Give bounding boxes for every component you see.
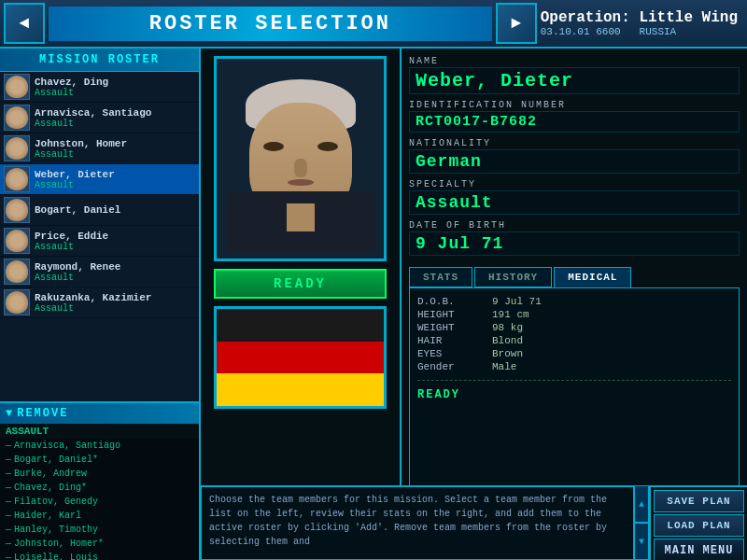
flag-frame [214, 306, 387, 409]
remove-name: Haider, Karl [14, 511, 81, 521]
roster-avatar [4, 74, 30, 100]
roster-role: Assault [35, 303, 195, 314]
specialty-label: SPECIALTY [409, 179, 740, 189]
mission-roster-header: MISSION ROSTER [0, 49, 199, 72]
remove-name: Bogart, Daniel* [14, 455, 98, 465]
roster-item[interactable]: Raymond, Renee Assault [0, 257, 199, 287]
roster-name: Bogart, Daniel [35, 204, 195, 216]
flag-red-stripe [217, 342, 384, 374]
right-buttons: SAVE PLAN LOAD PLAN MAIN MENU [649, 485, 747, 560]
portrait-face [226, 65, 375, 252]
remove-item[interactable]: — Loiselle, Louis [0, 551, 199, 560]
nationality-label: NATIONALITY [409, 138, 740, 148]
avatar-face [6, 291, 28, 314]
bottom-bar: Choose the team members for this mission… [201, 485, 747, 560]
roster-role: Assault [35, 119, 195, 129]
remove-dash-icon: — [6, 441, 11, 451]
dob-label: DATE OF BIRTH [409, 220, 740, 231]
tab-stats[interactable]: STATS [409, 267, 472, 287]
agent-nationality: German [409, 149, 740, 174]
scroll-down-button[interactable]: ▼ [634, 523, 649, 560]
remove-header: ▼ REMOVE [0, 403, 199, 424]
roster-item[interactable]: Chavez, Ding Assault [0, 72, 199, 103]
roster-name: Arnavisca, Santiago [35, 107, 195, 119]
stat-hair-key: HAIR [417, 335, 492, 346]
stat-eyes-key: EYES [417, 348, 492, 359]
roster-info: Rakuzanka, Kazimier Assault [35, 292, 195, 314]
agent-id: RCT0017-B7682 [409, 111, 740, 133]
avatar-face [6, 199, 28, 221]
stat-dob-val: 9 Jul 71 [492, 296, 731, 307]
remove-item[interactable]: — Bogart, Daniel* [0, 453, 199, 467]
stat-gender-key: Gender [417, 361, 492, 372]
remove-item[interactable]: — Johnston, Homer* [0, 537, 199, 551]
main-menu-button[interactable]: MAIN MENU [654, 539, 744, 560]
remove-item[interactable]: — Chavez, Ding* [0, 481, 199, 495]
flag-black-stripe [217, 309, 384, 342]
remove-list[interactable]: — Arnavisca, Santiago — Bogart, Daniel* … [0, 439, 199, 560]
roster-item[interactable]: Rakuzanka, Kazimier Assault [0, 287, 199, 318]
prev-arrow-button[interactable]: ◄ [4, 3, 45, 44]
load-plan-button[interactable]: LOAD PLAN [654, 514, 744, 537]
remove-item[interactable]: — Filatov, Genedy [0, 495, 199, 509]
save-plan-button[interactable]: SAVE PLAN [654, 490, 744, 512]
stat-weight: WEIGHT 98 kg [417, 322, 731, 333]
roster-avatar [4, 259, 30, 285]
info-text: Choose the team members for this mission… [209, 495, 607, 547]
avatar-face [6, 230, 28, 252]
operation-name: Operation: Little Wing [541, 9, 738, 26]
roster-item[interactable]: Bogart, Daniel [0, 195, 199, 226]
left-panel: MISSION ROSTER Chavez, Ding Assault Arna… [0, 49, 201, 560]
remove-dash-icon: — [6, 525, 11, 535]
stat-gender: Gender Male [417, 361, 731, 372]
remove-name: Chavez, Ding* [14, 483, 87, 493]
roster-info: Johnston, Homer Assault [35, 138, 195, 160]
roster-avatar [4, 228, 30, 254]
remove-dash-icon: — [6, 483, 11, 493]
roster-item[interactable]: Weber, Dieter Assault [0, 164, 199, 195]
remove-dash-icon: — [6, 455, 11, 465]
roster-avatar [4, 289, 30, 315]
remove-item[interactable]: — Haider, Karl [0, 509, 199, 523]
avatar-face [6, 168, 28, 190]
top-bar: ◄ ROSTER SELECTION ► Operation: Little W… [0, 0, 747, 49]
remove-section: ▼ REMOVE ASSAULT — Arnavisca, Santiago —… [0, 401, 199, 560]
ready-status: READY [417, 388, 731, 401]
remove-name: Loiselle, Louis [14, 553, 98, 560]
stat-hair-val: Blond [492, 335, 731, 346]
tab-history[interactable]: HISTORY [474, 267, 552, 287]
remove-item[interactable]: — Hanley, Timothy [0, 523, 199, 537]
roster-item[interactable]: Arnavisca, Santiago Assault [0, 103, 199, 133]
next-arrow-button[interactable]: ► [496, 3, 537, 44]
ready-button[interactable]: READY [214, 269, 387, 299]
page-title: ROSTER SELECTION [49, 7, 492, 41]
roster-item[interactable]: Johnston, Homer Assault [0, 133, 199, 164]
divider [417, 380, 731, 381]
avatar-face [6, 106, 28, 129]
roster-item[interactable]: Price, Eddie Assault [0, 226, 199, 257]
roster-avatar [4, 105, 30, 131]
avatar-face [6, 260, 28, 283]
tabs-row: STATS HISTORY MEDICAL [409, 267, 740, 287]
roster-avatar [4, 197, 30, 223]
roster-avatar [4, 135, 30, 161]
flag-gold-stripe [217, 373, 384, 406]
roster-name: Raymond, Renee [35, 261, 195, 273]
operation-date: 03.10.01 6600 [541, 26, 621, 37]
portrait-frame [214, 56, 387, 261]
remove-item[interactable]: — Burke, Andrew [0, 467, 199, 481]
roster-role: Assault [35, 149, 195, 160]
tab-medical[interactable]: MEDICAL [554, 267, 631, 287]
remove-dash-icon: — [6, 469, 11, 479]
name-label: NAME [409, 56, 740, 66]
roster-name: Rakuzanka, Kazimier [35, 292, 195, 303]
avatar-face [6, 137, 28, 160]
operation-sub: 03.10.01 6600 RUSSIA [541, 26, 738, 37]
scroll-up-button[interactable]: ▲ [634, 485, 649, 523]
roster-avatar [4, 166, 30, 192]
remove-item[interactable]: — Arnavisca, Santiago [0, 439, 199, 453]
right-panel: NAME Weber, Dieter IDENTIFICATION NUMBER… [402, 49, 747, 560]
stat-dob: D.O.B. 9 Jul 71 [417, 296, 731, 307]
roster-info: Weber, Dieter Assault [35, 169, 195, 190]
remove-name: Hanley, Timothy [14, 525, 98, 535]
